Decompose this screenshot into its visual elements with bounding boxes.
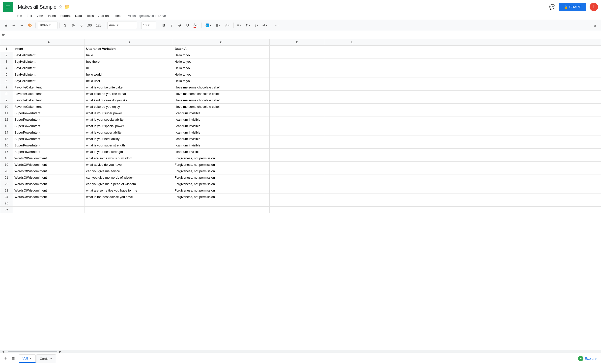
menu-insert[interactable]: Insert [46, 13, 58, 19]
cell-7-d[interactable] [270, 84, 325, 91]
cell-3-d[interactable] [270, 58, 325, 65]
cell-8-c[interactable]: I love me some chocolate cake! [173, 91, 270, 97]
cell-extra[interactable] [380, 104, 601, 110]
cell-23-e[interactable] [325, 187, 380, 194]
add-sheet-btn[interactable]: + [2, 355, 9, 362]
cell-extra[interactable] [380, 84, 601, 91]
row-number[interactable]: 8 [0, 91, 13, 97]
text-rotation-btn[interactable]: ↕ ▼ [253, 22, 260, 29]
col-a-header[interactable]: A [13, 39, 85, 46]
cell-11-c[interactable]: I can turn invisible [173, 110, 270, 116]
cell-extra[interactable] [380, 97, 601, 104]
cell-26-c[interactable] [173, 207, 270, 213]
cell-4-a[interactable]: SayHelloIntent [13, 65, 85, 71]
menu-edit[interactable]: Edit [25, 13, 34, 19]
cell-11-b[interactable]: what is your super power [85, 110, 173, 116]
cell-5-a[interactable]: SayHelloIntent [13, 71, 85, 78]
cell-4-b[interactable]: hi [85, 65, 173, 71]
cell-extra[interactable] [380, 129, 601, 136]
percent-btn[interactable]: % [70, 22, 77, 29]
cell-20-e[interactable] [325, 168, 380, 174]
cell-4-d[interactable] [270, 65, 325, 71]
cell-16-e[interactable] [325, 142, 380, 149]
share-button[interactable]: 🔒 SHARE [559, 3, 586, 11]
cell-17-d[interactable] [270, 149, 325, 155]
menu-data[interactable]: Data [73, 13, 84, 19]
menu-tools[interactable]: Tools [84, 13, 96, 19]
row-number[interactable]: 9 [0, 97, 13, 104]
col-c-header[interactable]: C [173, 39, 270, 46]
col-d-header[interactable]: D [270, 39, 325, 46]
row-number[interactable]: 17 [0, 149, 13, 155]
borders-btn[interactable]: ⊞ ▼ [214, 22, 222, 29]
cell-extra[interactable] [380, 71, 601, 78]
cell-2-a[interactable]: SayHelloIntent [13, 52, 85, 58]
row-number[interactable]: 21 [0, 174, 13, 181]
menu-file[interactable]: File [15, 13, 24, 19]
font-family-select[interactable]: Arial ▼ [107, 22, 137, 29]
cell-3-a[interactable]: SayHelloIntent [13, 58, 85, 65]
cell-16-c[interactable]: I can turn invisible [173, 142, 270, 149]
row-number[interactable]: 23 [0, 187, 13, 194]
sheet-tab-vui-arrow[interactable]: ▼ [29, 357, 32, 360]
cell-25-d[interactable] [270, 200, 325, 207]
comments-icon[interactable]: 💬 [549, 4, 555, 10]
cell-15-e[interactable] [325, 136, 380, 142]
cell-18-a[interactable]: WordsOfWisdomIntent [13, 155, 85, 162]
row-number[interactable]: 14 [0, 129, 13, 136]
cell-16-d[interactable] [270, 142, 325, 149]
cell-18-e[interactable] [325, 155, 380, 162]
cell-2-d[interactable] [270, 52, 325, 58]
cell-8-a[interactable]: FavoriteCakeIntent [13, 91, 85, 97]
cell-6-b[interactable]: hello user [85, 78, 173, 84]
cell-5-c[interactable]: Hello to you! [173, 71, 270, 78]
cell-extra[interactable] [380, 46, 601, 52]
redo-btn[interactable]: ↪ [18, 22, 25, 29]
cell-7-e[interactable] [325, 84, 380, 91]
undo-btn[interactable]: ↩ [10, 22, 17, 29]
strikethrough-btn[interactable]: S [176, 22, 183, 29]
cell-22-a[interactable]: WordsOfWisdomIntent [13, 181, 85, 187]
folder-icon[interactable]: 📁 [64, 4, 70, 10]
cell-15-b[interactable]: what is your best ability [85, 136, 173, 142]
cell-1-b[interactable]: Utterance Variation [85, 46, 173, 52]
cell-3-b[interactable]: hey there [85, 58, 173, 65]
cell-extra[interactable] [380, 149, 601, 155]
cell-5-d[interactable] [270, 71, 325, 78]
decimal-less-btn[interactable]: .0 [78, 22, 85, 29]
cell-14-b[interactable]: what is your super ability [85, 129, 173, 136]
cell-12-a[interactable]: SuperPowerIntent [13, 116, 85, 123]
cell-26-d[interactable] [270, 207, 325, 213]
cell-11-d[interactable] [270, 110, 325, 116]
cell-extra[interactable] [380, 168, 601, 174]
row-number[interactable]: 2 [0, 52, 13, 58]
cell-7-c[interactable]: I love me some chocolate cake! [173, 84, 270, 91]
cell-18-b[interactable]: what are some words of wisdom [85, 155, 173, 162]
row-number[interactable]: 6 [0, 78, 13, 84]
row-number[interactable]: 12 [0, 116, 13, 123]
cell-23-d[interactable] [270, 187, 325, 194]
cell-9-c[interactable]: I love me some chocolate cake! [173, 97, 270, 104]
star-icon[interactable]: ☆ [58, 4, 62, 10]
italic-btn[interactable]: I [168, 22, 175, 29]
menu-view[interactable]: View [34, 13, 45, 19]
cell-25-a[interactable] [13, 200, 85, 207]
cell-21-d[interactable] [270, 174, 325, 181]
cell-8-e[interactable] [325, 91, 380, 97]
sheet-tab-cards[interactable]: Cards ▼ [36, 354, 56, 363]
doc-title[interactable]: Makeskill Sample [18, 4, 57, 10]
cell-25-e[interactable] [325, 200, 380, 207]
cell-extra[interactable] [380, 207, 601, 213]
cell-22-b[interactable]: can you give me a pearl of wisdom [85, 181, 173, 187]
cell-10-e[interactable] [325, 104, 380, 110]
cell-24-b[interactable]: what is the best advice you have [85, 194, 173, 200]
cell-3-e[interactable] [325, 58, 380, 65]
cell-19-b[interactable]: what advice do you have [85, 162, 173, 168]
cell-24-e[interactable] [325, 194, 380, 200]
row-number[interactable]: 4 [0, 65, 13, 71]
cell-16-a[interactable]: SuperPowerIntent [13, 142, 85, 149]
print-btn[interactable]: 🖨 [2, 22, 9, 29]
cell-25-b[interactable] [85, 200, 173, 207]
valign-btn[interactable]: ⇕ ▼ [244, 22, 252, 29]
more-btn[interactable]: ⋯ [273, 22, 280, 29]
